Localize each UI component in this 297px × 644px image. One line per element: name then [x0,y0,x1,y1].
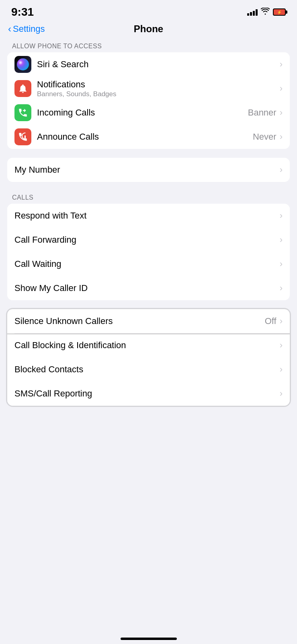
back-button[interactable]: ‹ Settings [8,23,45,35]
notifications-chevron-icon: › [280,83,283,94]
my-number-group: My Number › [7,158,290,182]
incoming-calls-icon [14,104,31,121]
announce-calls-value: Never [253,132,277,142]
status-bar: 9:31 ⚡ [0,0,297,22]
call-waiting-content: Call Waiting [14,259,280,269]
signal-bars-icon [247,8,258,16]
silence-unknown-callers-label: Silence Unknown Callers [14,316,265,326]
blocked-contacts-chevron-icon: › [280,364,283,375]
show-my-caller-id-chevron-icon: › [280,283,283,293]
call-blocking-content: Call Blocking & Identification [14,340,280,351]
respond-with-text-row[interactable]: Respond with Text › [7,204,290,228]
my-number-row[interactable]: My Number › [7,158,290,182]
notifications-row[interactable]: Notifications Banners, Sounds, Badges › [7,76,290,101]
call-blocking-row[interactable]: Call Blocking & Identification › [7,333,290,357]
call-forwarding-row[interactable]: Call Forwarding › [7,228,290,252]
announce-calls-content: Announce Calls [37,132,253,142]
show-my-caller-id-row[interactable]: Show My Caller ID › [7,276,290,300]
notifications-sublabel: Banners, Sounds, Badges [37,90,280,98]
announce-calls-icon [14,128,31,145]
back-label: Settings [13,24,45,34]
incoming-calls-content: Incoming Calls [37,107,248,118]
incoming-calls-value: Banner [248,107,277,118]
call-blocking-chevron-icon: › [280,340,283,351]
call-forwarding-label: Call Forwarding [14,235,280,245]
back-chevron-icon: ‹ [8,23,11,35]
silence-unknown-callers-chevron-icon: › [280,316,283,326]
battery-icon: ⚡ [273,8,286,16]
call-forwarding-chevron-icon: › [280,235,283,245]
silence-unknown-callers-content: Silence Unknown Callers [14,316,265,326]
blocked-contacts-label: Blocked Contacts [14,364,280,375]
siri-search-row[interactable]: Siri & Search › [7,52,290,76]
call-forwarding-content: Call Forwarding [14,235,280,245]
respond-with-text-content: Respond with Text [14,211,280,221]
blocked-contacts-row[interactable]: Blocked Contacts › [7,357,290,382]
respond-with-text-label: Respond with Text [14,211,280,221]
blocked-contacts-content: Blocked Contacts [14,364,280,375]
show-my-caller-id-content: Show My Caller ID [14,283,280,293]
home-indicator [121,638,177,640]
status-time: 9:31 [11,6,34,19]
sms-call-reporting-label: SMS/Call Reporting [14,388,280,399]
page-title: Phone [134,23,163,35]
notifications-content: Notifications Banners, Sounds, Badges [37,79,280,98]
call-waiting-label: Call Waiting [14,259,280,269]
sms-call-reporting-content: SMS/Call Reporting [14,388,280,399]
sms-call-reporting-chevron-icon: › [280,388,283,399]
announce-calls-label: Announce Calls [37,132,253,142]
announce-calls-chevron-icon: › [280,132,283,142]
nav-bar: ‹ Settings Phone [0,22,297,39]
incoming-calls-label: Incoming Calls [37,107,248,118]
notifications-icon [14,80,31,97]
allow-phone-access-group: Siri & Search › Notifications Banners, S… [7,52,290,149]
call-blocking-label: Call Blocking & Identification [14,340,280,351]
incoming-calls-chevron-icon: › [280,107,283,118]
status-icons: ⚡ [247,8,286,17]
wifi-icon [261,8,270,17]
siri-search-content: Siri & Search [37,59,280,70]
notifications-label: Notifications [37,79,280,90]
section-header-calls: CALLS [0,191,297,204]
siri-search-chevron-icon: › [280,59,283,70]
sms-call-reporting-row[interactable]: SMS/Call Reporting › [7,382,290,406]
my-number-chevron-icon: › [280,165,283,175]
calls-group: Respond with Text › Call Forwarding › Ca… [7,204,290,300]
show-my-caller-id-label: Show My Caller ID [14,283,280,293]
silence-unknown-callers-value: Off [265,316,277,326]
siri-search-label: Siri & Search [37,59,280,70]
call-waiting-chevron-icon: › [280,259,283,269]
respond-with-text-chevron-icon: › [280,211,283,221]
siri-icon [14,56,31,73]
section-header-allow: ALLOW PHONE TO ACCESS [0,39,297,52]
my-number-content: My Number [14,165,280,175]
announce-calls-row[interactable]: Announce Calls Never › [7,125,290,149]
silence-group: Silence Unknown Callers Off › Call Block… [7,309,290,406]
battery-bolt-icon: ⚡ [277,10,282,14]
call-waiting-row[interactable]: Call Waiting › [7,252,290,276]
incoming-calls-row[interactable]: Incoming Calls Banner › [7,101,290,125]
silence-unknown-callers-row[interactable]: Silence Unknown Callers Off › [7,309,290,333]
my-number-label: My Number [14,165,280,175]
